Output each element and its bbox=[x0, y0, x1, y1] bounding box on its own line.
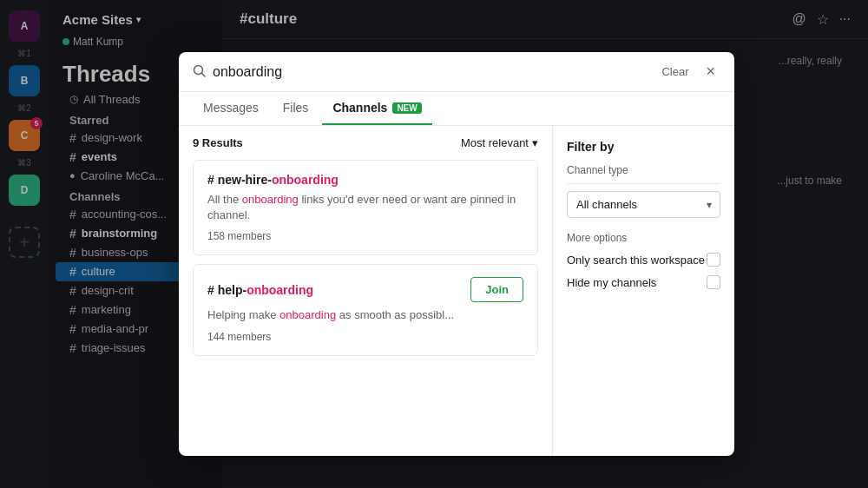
channel-type-select[interactable]: All channels Public channels Private cha… bbox=[567, 191, 720, 218]
channel-card-help-onboarding[interactable]: # help-onboarding Join Helping make onbo… bbox=[193, 264, 538, 355]
card1-members: 158 members bbox=[207, 230, 523, 242]
search-input[interactable] bbox=[213, 64, 649, 80]
hide-channels-filter-checkbox[interactable] bbox=[707, 275, 720, 289]
card2-name: # help-onboarding bbox=[207, 283, 313, 297]
tab-messages[interactable]: Messages bbox=[193, 92, 269, 125]
sort-label: Most relevant bbox=[461, 136, 529, 149]
join-button[interactable]: Join bbox=[470, 277, 523, 302]
card1-highlight: onboarding bbox=[272, 173, 339, 187]
search-icon bbox=[193, 64, 206, 80]
channel-type-label: Channel type bbox=[567, 164, 720, 176]
filter-panel: Filter by Channel type All channels Publ… bbox=[552, 126, 734, 456]
card1-desc: All the onboarding links you'd ever need… bbox=[207, 192, 523, 223]
tab-messages-label: Messages bbox=[203, 101, 259, 115]
card2-highlight: onboarding bbox=[247, 283, 313, 297]
results-count: 9 Results bbox=[193, 136, 243, 149]
card2-members: 144 members bbox=[207, 331, 523, 343]
filter-option-hide: Hide my channels bbox=[567, 275, 720, 289]
search-body: 9 Results Most relevant ▾ # new-hire-onb… bbox=[179, 126, 734, 456]
search-modal: Clear × Messages Files Channels NEW 9 Re… bbox=[179, 52, 734, 456]
card1-desc-highlight: onboarding bbox=[242, 193, 299, 206]
tab-channels[interactable]: Channels NEW bbox=[322, 92, 431, 125]
card2-desc: Helping make onboarding as smooth as pos… bbox=[207, 307, 523, 323]
tab-files-label: Files bbox=[283, 101, 309, 115]
card1-header: # new-hire-onboarding bbox=[207, 173, 523, 187]
filter-title: Filter by bbox=[567, 140, 720, 154]
search-tabs: Messages Files Channels NEW bbox=[179, 92, 734, 126]
app-container: A ⌘1 B ⌘2 C 5 ⌘3 D + Acme Sites ▾ Matt K bbox=[0, 0, 868, 488]
results-panel: 9 Results Most relevant ▾ # new-hire-onb… bbox=[179, 126, 552, 456]
search-header: Clear × bbox=[179, 52, 734, 92]
hide-channels-filter-label: Hide my channels bbox=[567, 276, 656, 289]
filter-divider-1 bbox=[567, 183, 720, 184]
workspace-filter-checkbox[interactable] bbox=[707, 253, 720, 267]
card2-header: # help-onboarding Join bbox=[207, 277, 523, 302]
workspace-filter-label: Only search this workspace bbox=[567, 254, 705, 267]
results-header: 9 Results Most relevant ▾ bbox=[193, 136, 538, 149]
clear-button[interactable]: Clear bbox=[656, 63, 694, 80]
more-options-label: More options bbox=[567, 232, 720, 244]
tab-channels-label: Channels bbox=[332, 101, 387, 115]
sort-dropdown[interactable]: Most relevant ▾ bbox=[461, 136, 538, 149]
channel-card-new-hire-onboarding[interactable]: # new-hire-onboarding All the onboarding… bbox=[193, 160, 538, 255]
channel-type-select-wrap: All channels Public channels Private cha… bbox=[567, 191, 720, 218]
channels-new-badge: NEW bbox=[392, 102, 421, 114]
card2-desc-highlight: onboarding bbox=[279, 308, 336, 321]
sort-chevron-icon: ▾ bbox=[532, 136, 538, 149]
filter-option-workspace: Only search this workspace bbox=[567, 253, 720, 267]
tab-files[interactable]: Files bbox=[273, 92, 319, 125]
svg-line-1 bbox=[202, 73, 206, 76]
close-button[interactable]: × bbox=[700, 61, 720, 82]
card1-name: # new-hire-onboarding bbox=[207, 173, 339, 187]
